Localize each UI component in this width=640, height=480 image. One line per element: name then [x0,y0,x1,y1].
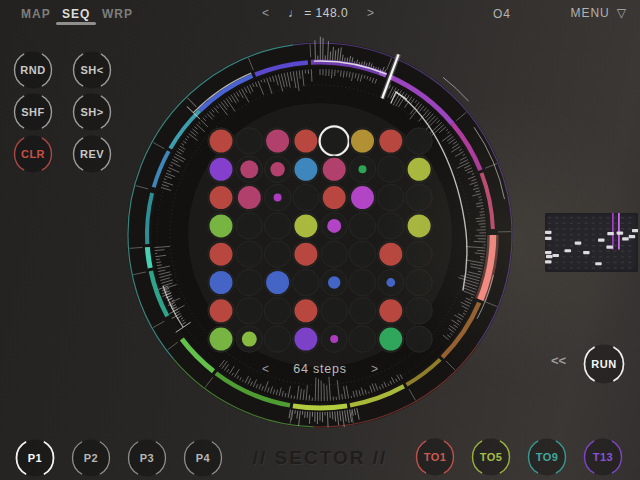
step-cell[interactable] [321,326,347,352]
pattern-3-button[interactable]: P3 [127,438,167,478]
step-cell[interactable] [208,269,234,295]
track-05-button[interactable]: TO5 [471,437,511,477]
step-cell[interactable] [208,241,234,267]
step-cell[interactable] [208,326,234,352]
step-cell[interactable] [349,184,375,210]
step-cell[interactable] [378,269,404,295]
step-cell[interactable] [406,184,432,210]
step-cell[interactable] [406,298,432,324]
step-cell[interactable] [293,156,319,182]
button-label: P2 [84,452,98,464]
bar-position-indicator: O4 [493,7,511,21]
step-cell[interactable] [208,213,234,239]
step-cell[interactable] [406,213,432,239]
step-cell[interactable] [406,156,432,182]
track-13-button[interactable]: T13 [583,437,623,477]
step-cell[interactable] [208,128,234,154]
step-cell[interactable] [321,298,347,324]
step-cell[interactable] [236,326,262,352]
steps-decrease-button[interactable]: < [262,362,269,376]
step-cell[interactable] [236,298,262,324]
menu-button[interactable]: MENU ▽ [570,6,627,20]
track-01-button[interactable]: TO1 [415,437,455,477]
step-cell[interactable] [378,298,404,324]
step-cell[interactable] [349,128,375,154]
step-cell[interactable] [293,298,319,324]
step-cell[interactable] [264,241,290,267]
step-cell[interactable] [349,326,375,352]
step-cell[interactable] [208,184,234,210]
step-cell[interactable] [406,241,432,267]
button-label: TO5 [480,451,503,463]
step-cell[interactable] [349,213,375,239]
step-cell[interactable] [264,128,290,154]
tab-seq[interactable]: SEQ [62,7,90,21]
tab-wrp[interactable]: WRP [102,7,133,21]
step-cell[interactable] [321,241,347,267]
step-cell[interactable] [264,298,290,324]
step-cell[interactable] [406,269,432,295]
step-cell[interactable] [378,156,404,182]
step-note-dot [210,130,233,153]
tempo-decrease-button[interactable]: < [262,6,269,20]
shift-right-button[interactable]: SH> [72,92,112,132]
step-cell[interactable] [293,241,319,267]
pattern-2-button[interactable]: P2 [71,438,111,478]
pattern-overview-display[interactable] [545,213,638,272]
step-cell[interactable] [378,128,404,154]
step-cell[interactable] [349,269,375,295]
step-cell[interactable] [321,269,347,295]
step-cell[interactable] [236,241,262,267]
step-cell[interactable] [378,184,404,210]
button-label: RUN [591,358,616,370]
shift-left-button[interactable]: SH< [72,50,112,90]
step-cell[interactable] [264,269,290,295]
step-cell[interactable] [349,241,375,267]
step-cell[interactable] [264,156,290,182]
track-09-button[interactable]: TO9 [527,437,567,477]
shuffle-button[interactable]: SHF [13,92,53,132]
pattern-4-button[interactable]: P4 [183,438,223,478]
step-cell[interactable] [406,326,432,352]
step-cell[interactable] [320,126,349,155]
step-cell[interactable] [264,213,290,239]
rnd-button[interactable]: RND [13,50,53,90]
step-cell[interactable] [406,128,432,154]
step-cell[interactable] [208,156,234,182]
pattern-1-button[interactable]: P1 [15,438,55,478]
step-cell[interactable] [321,184,347,210]
reverse-button[interactable]: REV [72,134,112,174]
overview-note [545,231,552,234]
step-cell[interactable] [293,213,319,239]
step-cell[interactable] [236,128,262,154]
tempo-value[interactable]: ♩ = 148.0 [288,6,348,20]
step-cell[interactable] [349,298,375,324]
step-cell[interactable] [293,269,319,295]
rewind-button[interactable]: << [551,353,566,368]
tempo-increase-button[interactable]: > [367,6,374,20]
button-label: P1 [28,452,42,464]
step-cell[interactable] [378,213,404,239]
step-cell[interactable] [236,213,262,239]
step-cell[interactable] [293,326,319,352]
step-cell[interactable] [349,156,375,182]
overview-note [552,254,559,257]
step-note-dot [327,219,341,233]
tab-map[interactable]: MAP [21,7,51,21]
run-button[interactable]: RUN [583,343,625,385]
step-cell[interactable] [236,184,262,210]
step-cell[interactable] [321,213,347,239]
step-note-dot [294,243,317,266]
step-cell[interactable] [293,184,319,210]
step-cell[interactable] [321,156,347,182]
steps-increase-button[interactable]: > [371,362,378,376]
step-cell[interactable] [264,326,290,352]
step-cell[interactable] [293,128,319,154]
step-cell[interactable] [378,326,404,352]
step-cell[interactable] [378,241,404,267]
clear-button[interactable]: CLR [13,134,53,174]
step-cell[interactable] [236,269,262,295]
step-cell[interactable] [208,298,234,324]
step-cell[interactable] [236,156,262,182]
step-cell[interactable] [264,184,290,210]
